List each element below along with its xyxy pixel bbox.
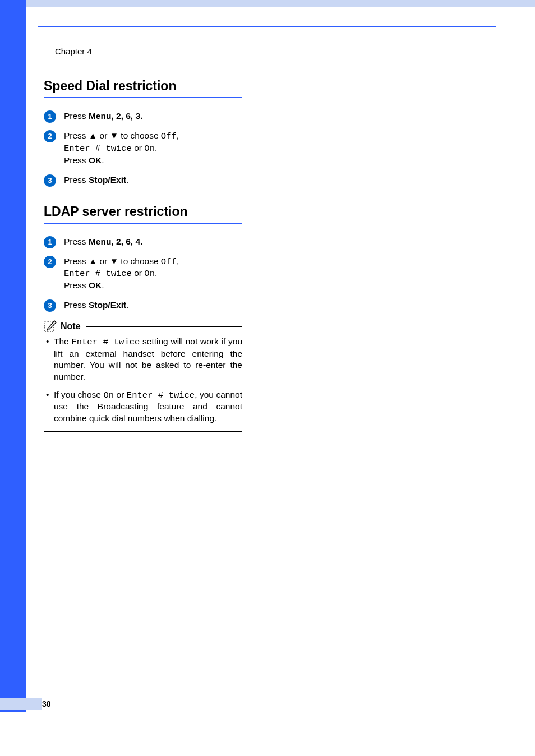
step-2: 2 Press ▲ or ▼ to choose Off, Enter # tw…: [44, 256, 242, 292]
section-rule: [44, 223, 242, 224]
menu-button-label: Menu: [89, 237, 111, 246]
step-text: to choose: [118, 131, 161, 140]
step-text: .: [126, 175, 128, 185]
top-header-strip: [0, 0, 535, 7]
step-badge-1: 1: [44, 236, 56, 248]
ok-button-label: OK: [89, 280, 102, 290]
document-page: Chapter 4 Speed Dial restriction 1 Press…: [0, 0, 535, 756]
step-text: ,: [177, 131, 179, 140]
stop-exit-button-label: Stop/Exit: [89, 175, 126, 185]
option-off: Off: [161, 131, 177, 141]
option-enter-twice: Enter # twice: [71, 337, 140, 347]
step-badge-3: 3: [44, 174, 56, 187]
step-text: .: [102, 280, 104, 290]
stop-exit-button-label: Stop/Exit: [89, 300, 126, 310]
step-badge-2: 2: [44, 130, 56, 142]
step-text: Press: [64, 175, 89, 185]
step-3: 3 Press Stop/Exit.: [44, 174, 242, 186]
up-arrow-icon: ▲: [89, 131, 97, 140]
note-bullet-1: The Enter # twice setting will not work …: [54, 336, 242, 382]
down-arrow-icon: ▼: [110, 256, 118, 266]
step-text: Press: [64, 155, 89, 165]
step-text: or: [132, 268, 144, 278]
step-text: .: [126, 300, 128, 310]
step-text: or: [132, 143, 144, 153]
step-text: Press: [64, 256, 89, 266]
note-text: If you chose: [54, 390, 103, 399]
step-badge-3: 3: [44, 299, 56, 312]
step-1: 1 Press Menu, 2, 6, 3.: [44, 110, 242, 122]
chapter-label: Chapter 4: [55, 47, 92, 56]
section-title-ldap: LDAP server restriction: [44, 204, 242, 219]
down-arrow-icon: ▼: [110, 131, 118, 140]
note-header: Note: [44, 320, 242, 333]
step-2: 2 Press ▲ or ▼ to choose Off, Enter # tw…: [44, 130, 242, 167]
section-rule: [44, 97, 242, 98]
section-title-speed-dial: Speed Dial restriction: [44, 79, 242, 94]
step-text: .: [155, 268, 157, 278]
step-text: .: [155, 143, 157, 153]
step-badge-2: 2: [44, 256, 56, 268]
note-text: or: [114, 390, 127, 399]
note-list: The Enter # twice setting will not work …: [44, 336, 242, 424]
menu-button-label: Menu: [89, 111, 111, 121]
ok-button-label: OK: [89, 155, 102, 165]
note-title: Note: [61, 321, 81, 331]
step-text: Press: [64, 280, 89, 290]
step-text: Press: [64, 111, 89, 121]
option-off: Off: [161, 257, 177, 267]
step-text: or: [97, 131, 109, 140]
note-end-rule: [44, 431, 242, 431]
option-enter-twice: Enter # twice: [64, 144, 132, 154]
page-number: 30: [42, 699, 51, 708]
option-on: On: [144, 269, 155, 279]
main-content: Speed Dial restriction 1 Press Menu, 2, …: [44, 79, 242, 432]
step-1: 1 Press Menu, 2, 6, 4.: [44, 236, 242, 248]
step-text: to choose: [118, 256, 161, 266]
step-text: or: [97, 256, 109, 266]
note-icon: [44, 320, 57, 333]
option-on: On: [144, 144, 155, 154]
horizontal-rule: [38, 26, 496, 27]
option-enter-twice: Enter # twice: [64, 269, 132, 279]
step-text: Press: [64, 237, 89, 246]
up-arrow-icon: ▲: [89, 256, 97, 266]
key-sequence: , 2, 6, 4.: [111, 237, 142, 246]
step-text: .: [102, 155, 104, 165]
note-bullet-2: If you chose On or Enter # twice, you ca…: [54, 389, 242, 424]
step-badge-1: 1: [44, 110, 56, 123]
step-text: Press: [64, 300, 89, 310]
footer-strip: [0, 698, 42, 710]
step-3: 3 Press Stop/Exit.: [44, 299, 242, 311]
option-enter-twice: Enter # twice: [127, 390, 195, 400]
step-text: Press: [64, 131, 89, 140]
note-text: The: [54, 336, 71, 346]
step-text: ,: [177, 256, 179, 266]
left-sidebar-strip: [0, 0, 26, 712]
option-on: On: [103, 390, 114, 400]
key-sequence: , 2, 6, 3.: [111, 111, 142, 121]
note-rule: [86, 326, 242, 327]
